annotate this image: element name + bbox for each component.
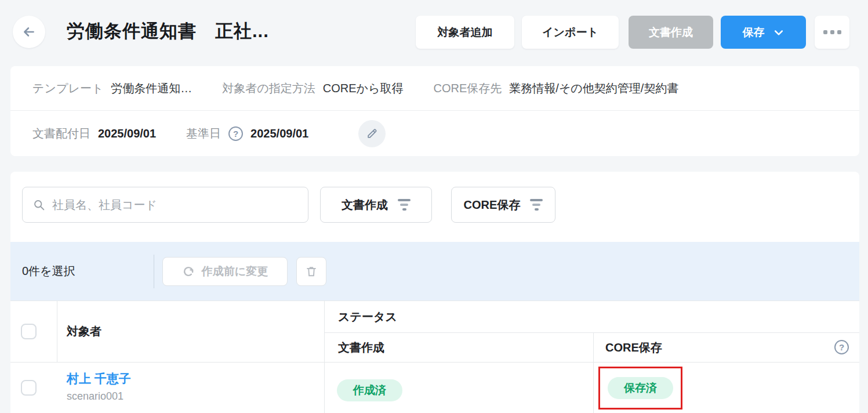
core-status-cell: 保存済 bbox=[593, 363, 859, 413]
back-button[interactable] bbox=[13, 16, 45, 48]
row-checkbox[interactable] bbox=[21, 380, 37, 396]
search-box[interactable] bbox=[22, 187, 308, 223]
select-all-cell bbox=[10, 301, 57, 362]
search-input[interactable] bbox=[52, 198, 297, 212]
search-icon bbox=[33, 199, 45, 211]
add-target-label: 対象者追加 bbox=[438, 25, 493, 40]
distribution-date-label: 文書配付日 bbox=[32, 126, 90, 142]
doc-status-badge: 作成済 bbox=[337, 379, 402, 401]
refresh-icon bbox=[182, 265, 195, 278]
core-destination-value: 業務情報/その他契約管理/契約書 bbox=[509, 81, 678, 96]
template-field: テンプレート 労働条件通知… bbox=[32, 81, 192, 96]
import-label: インポート bbox=[542, 25, 598, 40]
target-method-field: 対象者の指定方法 COREから取得 bbox=[222, 81, 403, 96]
create-document-button[interactable]: 文書作成 bbox=[629, 16, 713, 49]
import-button[interactable]: インポート bbox=[522, 16, 619, 49]
change-before-create-label: 作成前に変更 bbox=[202, 264, 268, 279]
page-title: 労働条件通知書 正社... bbox=[67, 19, 269, 44]
base-date-label: 基準日 bbox=[186, 126, 221, 142]
selection-bar: 0件を選択 作成前に変更 bbox=[10, 242, 859, 300]
target-column-header: 対象者 bbox=[57, 301, 325, 362]
target-cell: 村上 千恵子 scenario001 bbox=[57, 363, 325, 413]
distribution-date-field: 文書配付日 2025/09/01 bbox=[32, 126, 156, 142]
core-destination-field: CORE保存先 業務情報/その他契約管理/契約書 bbox=[434, 81, 679, 96]
doc-status-column-header: 文書作成 bbox=[325, 333, 593, 363]
highlight-rectangle: 保存済 bbox=[598, 367, 682, 410]
base-date-help-icon[interactable]: ? bbox=[228, 126, 243, 141]
target-method-label: 対象者の指定方法 bbox=[222, 81, 315, 96]
info-row-dates: 文書配付日 2025/09/01 基準日 ? 2025/09/01 bbox=[10, 111, 859, 156]
core-status-column-label: CORE保存 bbox=[605, 340, 662, 356]
core-status-filter-label: CORE保存 bbox=[464, 197, 521, 213]
add-target-button[interactable]: 対象者追加 bbox=[416, 16, 514, 49]
template-value: 労働条件通知… bbox=[111, 81, 192, 96]
template-label: テンプレート bbox=[32, 81, 103, 96]
document-info-panel: テンプレート 労働条件通知… 対象者の指定方法 COREから取得 CORE保存先… bbox=[10, 66, 859, 156]
select-all-checkbox[interactable] bbox=[21, 324, 37, 339]
table-row: 村上 千恵子 scenario001 作成済 保存済 bbox=[10, 363, 859, 413]
base-date-value: 2025/09/01 bbox=[250, 127, 308, 140]
save-button[interactable]: 保存 bbox=[721, 16, 806, 49]
pencil-icon bbox=[366, 127, 379, 140]
trash-icon bbox=[305, 265, 318, 278]
core-destination-label: CORE保存先 bbox=[434, 81, 502, 96]
core-status-badge: 保存済 bbox=[608, 377, 673, 399]
info-row-template: テンプレート 労働条件通知… 対象者の指定方法 COREから取得 CORE保存先… bbox=[10, 66, 859, 111]
table-header: 対象者 ステータス 文書作成 CORE保存 ? bbox=[10, 300, 859, 363]
status-group-label: ステータス bbox=[325, 309, 397, 325]
page: 労働条件通知書 正社... 対象者追加 インポート 文書作成 保存 テンプレート… bbox=[0, 0, 868, 413]
more-menu-button[interactable] bbox=[815, 16, 849, 49]
ellipsis-icon bbox=[823, 30, 841, 34]
doc-status-filter-button[interactable]: 文書作成 bbox=[320, 187, 432, 223]
distribution-date-value: 2025/09/01 bbox=[98, 127, 156, 140]
filter-icon bbox=[530, 199, 543, 211]
status-subheader-row: 文書作成 CORE保存 ? bbox=[325, 333, 859, 363]
divider bbox=[154, 255, 154, 288]
change-before-create-button[interactable]: 作成前に変更 bbox=[162, 257, 288, 286]
core-status-column-header: CORE保存 ? bbox=[593, 333, 859, 363]
status-column-group: ステータス 文書作成 CORE保存 ? bbox=[325, 301, 859, 362]
person-code: scenario001 bbox=[67, 390, 324, 403]
back-arrow-icon bbox=[21, 24, 37, 39]
selection-count: 0件を選択 bbox=[22, 242, 75, 300]
target-column-label: 対象者 bbox=[57, 324, 101, 339]
edit-dates-button[interactable] bbox=[358, 120, 386, 147]
base-date-field: 基準日 ? 2025/09/01 bbox=[186, 126, 308, 142]
core-status-filter-button[interactable]: CORE保存 bbox=[451, 187, 555, 223]
row-select-cell bbox=[10, 363, 57, 413]
doc-status-column-label: 文書作成 bbox=[325, 340, 384, 356]
filter-icon bbox=[398, 199, 411, 211]
person-name-link[interactable]: 村上 千恵子 bbox=[67, 371, 131, 387]
target-list-panel: 文書作成 CORE保存 0件を選択 作成前に変更 bbox=[10, 172, 859, 413]
chevron-down-icon bbox=[773, 27, 785, 38]
delete-button[interactable] bbox=[296, 257, 326, 286]
save-label: 保存 bbox=[743, 25, 765, 40]
target-method-value: COREから取得 bbox=[323, 81, 404, 96]
status-help-icon[interactable]: ? bbox=[834, 340, 849, 354]
create-document-label: 文書作成 bbox=[649, 25, 693, 40]
doc-status-cell: 作成済 bbox=[325, 363, 593, 413]
status-group-header: ステータス bbox=[325, 301, 859, 333]
doc-status-filter-label: 文書作成 bbox=[342, 197, 388, 213]
